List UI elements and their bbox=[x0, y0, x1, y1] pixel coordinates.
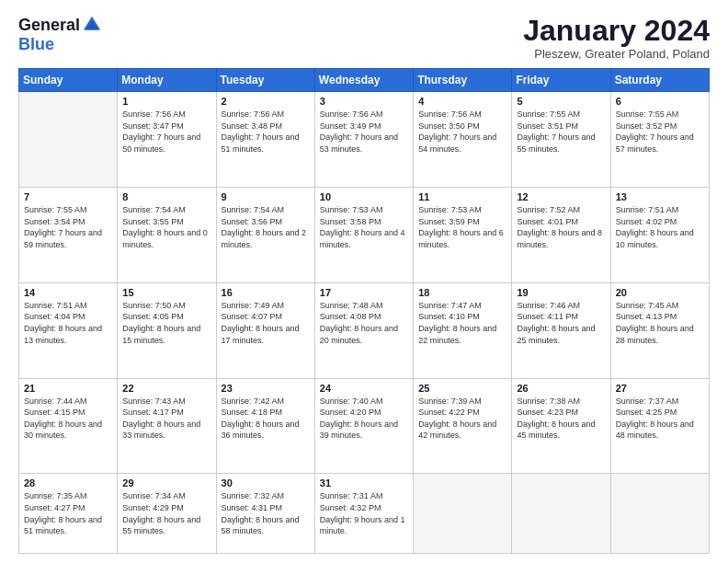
day-info: Sunrise: 7:53 AMSunset: 3:58 PMDaylight:… bbox=[320, 204, 408, 250]
day-number: 15 bbox=[122, 287, 210, 298]
day-info: Sunrise: 7:56 AMSunset: 3:47 PMDaylight:… bbox=[122, 109, 210, 155]
day-number: 22 bbox=[122, 383, 210, 394]
calendar-week-row: 28Sunrise: 7:35 AMSunset: 4:27 PMDayligh… bbox=[19, 474, 710, 554]
day-info: Sunrise: 7:44 AMSunset: 4:15 PMDaylight:… bbox=[24, 396, 112, 442]
day-number: 20 bbox=[616, 287, 704, 298]
day-number: 7 bbox=[24, 191, 112, 202]
calendar-day-cell bbox=[19, 92, 118, 188]
calendar-day-cell: 8Sunrise: 7:54 AMSunset: 3:55 PMDaylight… bbox=[118, 188, 216, 283]
calendar-day-cell bbox=[414, 474, 512, 554]
calendar-day-cell: 1Sunrise: 7:56 AMSunset: 3:47 PMDaylight… bbox=[118, 92, 216, 188]
calendar-day-cell: 28Sunrise: 7:35 AMSunset: 4:27 PMDayligh… bbox=[19, 474, 118, 554]
calendar-day-cell bbox=[512, 474, 610, 554]
day-info: Sunrise: 7:53 AMSunset: 3:59 PMDaylight:… bbox=[418, 204, 506, 250]
logo-icon bbox=[82, 15, 102, 35]
calendar-day-cell: 29Sunrise: 7:34 AMSunset: 4:29 PMDayligh… bbox=[118, 474, 216, 554]
day-info: Sunrise: 7:37 AMSunset: 4:25 PMDaylight:… bbox=[616, 396, 704, 442]
weekday-header: Friday bbox=[512, 69, 610, 92]
calendar-week-row: 14Sunrise: 7:51 AMSunset: 4:04 PMDayligh… bbox=[19, 282, 710, 378]
weekday-header: Sunday bbox=[19, 69, 118, 92]
title-section: January 2024 Pleszew, Greater Poland, Po… bbox=[523, 15, 710, 61]
day-number: 3 bbox=[320, 96, 408, 107]
calendar-day-cell: 22Sunrise: 7:43 AMSunset: 4:17 PMDayligh… bbox=[118, 378, 216, 474]
calendar-day-cell: 12Sunrise: 7:52 AMSunset: 4:01 PMDayligh… bbox=[512, 188, 610, 283]
calendar-day-cell: 2Sunrise: 7:56 AMSunset: 3:48 PMDaylight… bbox=[216, 92, 314, 188]
day-number: 6 bbox=[616, 96, 704, 107]
header: General Blue January 2024 Pleszew, Great… bbox=[18, 15, 710, 61]
day-number: 23 bbox=[222, 383, 310, 394]
day-info: Sunrise: 7:34 AMSunset: 4:29 PMDaylight:… bbox=[122, 490, 210, 536]
day-info: Sunrise: 7:55 AMSunset: 3:54 PMDaylight:… bbox=[24, 204, 112, 250]
calendar-day-cell: 19Sunrise: 7:46 AMSunset: 4:11 PMDayligh… bbox=[512, 282, 610, 378]
day-number: 12 bbox=[517, 191, 605, 202]
day-number: 19 bbox=[517, 287, 605, 298]
day-number: 11 bbox=[418, 191, 506, 202]
day-info: Sunrise: 7:32 AMSunset: 4:31 PMDaylight:… bbox=[222, 490, 310, 536]
calendar-day-cell: 21Sunrise: 7:44 AMSunset: 4:15 PMDayligh… bbox=[19, 378, 118, 474]
day-info: Sunrise: 7:56 AMSunset: 3:50 PMDaylight:… bbox=[418, 109, 506, 155]
calendar-day-cell: 23Sunrise: 7:42 AMSunset: 4:18 PMDayligh… bbox=[216, 378, 314, 474]
day-number: 25 bbox=[418, 383, 506, 394]
logo: General Blue bbox=[18, 15, 102, 54]
calendar-day-cell: 6Sunrise: 7:55 AMSunset: 3:52 PMDaylight… bbox=[610, 92, 709, 188]
calendar-day-cell: 25Sunrise: 7:39 AMSunset: 4:22 PMDayligh… bbox=[414, 378, 512, 474]
day-info: Sunrise: 7:45 AMSunset: 4:13 PMDaylight:… bbox=[616, 300, 704, 346]
day-number: 17 bbox=[320, 287, 408, 298]
weekday-header: Wednesday bbox=[314, 69, 413, 92]
day-info: Sunrise: 7:51 AMSunset: 4:04 PMDaylight:… bbox=[24, 300, 112, 346]
calendar-day-cell: 4Sunrise: 7:56 AMSunset: 3:50 PMDaylight… bbox=[414, 92, 512, 188]
day-info: Sunrise: 7:56 AMSunset: 3:48 PMDaylight:… bbox=[222, 109, 310, 155]
calendar-day-cell: 13Sunrise: 7:51 AMSunset: 4:02 PMDayligh… bbox=[610, 188, 709, 283]
day-info: Sunrise: 7:35 AMSunset: 4:27 PMDaylight:… bbox=[24, 490, 112, 536]
day-info: Sunrise: 7:46 AMSunset: 4:11 PMDaylight:… bbox=[517, 300, 605, 346]
calendar-week-row: 21Sunrise: 7:44 AMSunset: 4:15 PMDayligh… bbox=[19, 378, 710, 474]
day-number: 4 bbox=[418, 96, 506, 107]
day-info: Sunrise: 7:50 AMSunset: 4:05 PMDaylight:… bbox=[122, 300, 210, 346]
logo-blue: Blue bbox=[18, 35, 54, 54]
calendar-day-cell bbox=[610, 474, 709, 554]
day-info: Sunrise: 7:43 AMSunset: 4:17 PMDaylight:… bbox=[122, 396, 210, 442]
day-number: 5 bbox=[517, 96, 605, 107]
calendar-day-cell: 20Sunrise: 7:45 AMSunset: 4:13 PMDayligh… bbox=[610, 282, 709, 378]
day-number: 24 bbox=[320, 383, 408, 394]
day-number: 10 bbox=[320, 191, 408, 202]
day-number: 9 bbox=[222, 191, 310, 202]
day-number: 14 bbox=[24, 287, 112, 298]
day-number: 2 bbox=[222, 96, 310, 107]
day-info: Sunrise: 7:56 AMSunset: 3:49 PMDaylight:… bbox=[320, 109, 408, 155]
day-info: Sunrise: 7:39 AMSunset: 4:22 PMDaylight:… bbox=[418, 396, 506, 442]
logo-general: General bbox=[18, 16, 80, 35]
day-info: Sunrise: 7:54 AMSunset: 3:56 PMDaylight:… bbox=[222, 204, 310, 250]
day-number: 28 bbox=[24, 477, 112, 488]
calendar-day-cell: 16Sunrise: 7:49 AMSunset: 4:07 PMDayligh… bbox=[216, 282, 314, 378]
calendar-table: SundayMondayTuesdayWednesdayThursdayFrid… bbox=[18, 68, 710, 554]
day-info: Sunrise: 7:31 AMSunset: 4:32 PMDaylight:… bbox=[320, 490, 408, 536]
weekday-header: Thursday bbox=[414, 69, 512, 92]
calendar-day-cell: 3Sunrise: 7:56 AMSunset: 3:49 PMDaylight… bbox=[314, 92, 413, 188]
day-info: Sunrise: 7:40 AMSunset: 4:20 PMDaylight:… bbox=[320, 396, 408, 442]
day-number: 1 bbox=[122, 96, 210, 107]
day-info: Sunrise: 7:55 AMSunset: 3:52 PMDaylight:… bbox=[616, 109, 704, 155]
day-info: Sunrise: 7:42 AMSunset: 4:18 PMDaylight:… bbox=[222, 396, 310, 442]
calendar-day-cell: 17Sunrise: 7:48 AMSunset: 4:08 PMDayligh… bbox=[314, 282, 413, 378]
month-title: January 2024 bbox=[523, 15, 710, 47]
calendar-day-cell: 15Sunrise: 7:50 AMSunset: 4:05 PMDayligh… bbox=[118, 282, 216, 378]
day-info: Sunrise: 7:38 AMSunset: 4:23 PMDaylight:… bbox=[517, 396, 605, 442]
calendar-day-cell: 7Sunrise: 7:55 AMSunset: 3:54 PMDaylight… bbox=[19, 188, 118, 283]
calendar-day-cell: 18Sunrise: 7:47 AMSunset: 4:10 PMDayligh… bbox=[414, 282, 512, 378]
calendar-day-cell: 11Sunrise: 7:53 AMSunset: 3:59 PMDayligh… bbox=[414, 188, 512, 283]
day-info: Sunrise: 7:47 AMSunset: 4:10 PMDaylight:… bbox=[418, 300, 506, 346]
day-number: 18 bbox=[418, 287, 506, 298]
weekday-header: Tuesday bbox=[216, 69, 314, 92]
day-info: Sunrise: 7:51 AMSunset: 4:02 PMDaylight:… bbox=[616, 204, 704, 250]
day-info: Sunrise: 7:55 AMSunset: 3:51 PMDaylight:… bbox=[517, 109, 605, 155]
day-info: Sunrise: 7:49 AMSunset: 4:07 PMDaylight:… bbox=[222, 300, 310, 346]
day-number: 21 bbox=[24, 383, 112, 394]
day-number: 29 bbox=[122, 477, 210, 488]
calendar-day-cell: 24Sunrise: 7:40 AMSunset: 4:20 PMDayligh… bbox=[314, 378, 413, 474]
calendar-day-cell: 10Sunrise: 7:53 AMSunset: 3:58 PMDayligh… bbox=[314, 188, 413, 283]
calendar-day-cell: 9Sunrise: 7:54 AMSunset: 3:56 PMDaylight… bbox=[216, 188, 314, 283]
page: General Blue January 2024 Pleszew, Great… bbox=[0, 0, 728, 563]
weekday-header: Saturday bbox=[610, 69, 709, 92]
calendar-day-cell: 27Sunrise: 7:37 AMSunset: 4:25 PMDayligh… bbox=[610, 378, 709, 474]
